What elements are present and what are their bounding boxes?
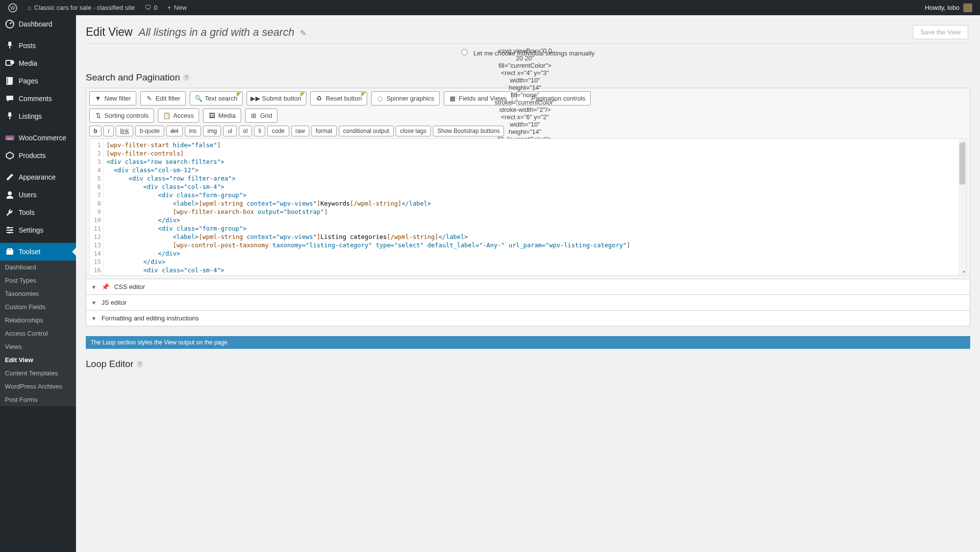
submit-button-button[interactable]: ▶▶Submit button◤ xyxy=(247,91,306,105)
comments-link[interactable]: 🗨 0 xyxy=(141,4,161,11)
collapse-css-editor[interactable]: ▼📌CSS editor xyxy=(86,279,970,295)
sidebar-sub-access-control[interactable]: Access Control xyxy=(0,327,76,340)
sidebar-sub-custom-fields[interactable]: Custom Fields xyxy=(0,300,76,314)
fmt-ins-button[interactable]: ins xyxy=(185,126,201,136)
sidebar-item-label: Tools xyxy=(19,209,35,216)
site-home-link[interactable]: ⌂ Classic cars for sale - classified sit… xyxy=(24,4,139,11)
comment-icon xyxy=(5,94,15,104)
collapse-label: Formatting and editing instructions xyxy=(101,315,199,322)
fmt-b-quote-button[interactable]: b-quote xyxy=(135,126,164,136)
search-editor-box: ▼New filter✎Edit filter🔍Text search◤▶▶Su… xyxy=(86,88,970,279)
sidebar-sub-edit-view[interactable]: Edit View xyxy=(0,353,76,367)
sidebar-item-tools[interactable]: Tools xyxy=(0,204,76,221)
sidebar-item-pages[interactable]: Pages xyxy=(0,72,76,90)
fmt-raw-button[interactable]: raw xyxy=(291,126,309,136)
sidebar-sub-taxonomies[interactable]: Taxonomies xyxy=(0,287,76,300)
collapse-js-editor[interactable]: ▼JS editor xyxy=(86,295,970,311)
fmt-del-button[interactable]: del xyxy=(166,126,183,136)
sidebar-item-products[interactable]: Products xyxy=(0,147,76,164)
user-icon xyxy=(5,190,15,200)
svg-rect-6 xyxy=(8,77,13,84)
reset-button-button[interactable]: ♻Reset button◤ xyxy=(310,91,367,105)
fmt-conditional-output-button[interactable]: conditional output xyxy=(339,126,394,136)
fmt-format-button[interactable]: format xyxy=(311,126,337,136)
fmt-show-bootstrap-buttons-button[interactable]: Show Bootstrap buttons xyxy=(433,126,504,136)
sidebar-item-settings[interactable]: Settings xyxy=(0,221,76,239)
rename-icon[interactable]: ✎ xyxy=(300,28,306,38)
svg-text:woo: woo xyxy=(6,137,13,140)
fmt-link-button[interactable]: link xyxy=(116,126,133,136)
media-icon xyxy=(5,58,15,68)
spinner-graphics-button[interactable]: ◌Spinner graphics xyxy=(371,91,440,105)
admin-bar-user[interactable]: Howdy, lobo xyxy=(925,3,976,12)
site-title: Classic cars for sale - classified site xyxy=(34,4,135,11)
svg-point-11 xyxy=(10,229,12,231)
fmt-ol-button[interactable]: ol xyxy=(239,126,252,136)
image-icon: 🖼 xyxy=(208,112,215,119)
wp-logo[interactable]: W xyxy=(4,3,22,13)
sidebar-sub-post-types[interactable]: Post Types xyxy=(0,274,76,287)
plus-icon: + xyxy=(167,4,171,11)
sidebar-sub-wordpress-archives[interactable]: WordPress Archives xyxy=(0,380,76,393)
sidebar-item-listings[interactable]: Listings xyxy=(0,107,76,125)
fields-icon: ▦ xyxy=(449,95,456,102)
editor-toolbar-1: ▼New filter✎Edit filter🔍Text search◤▶▶Su… xyxy=(89,91,967,105)
sidebar-sub-views[interactable]: Views xyxy=(0,340,76,353)
manual-settings-radio[interactable] xyxy=(461,49,468,55)
wrench-icon xyxy=(5,208,15,217)
chevron-down-icon: ▼ xyxy=(91,284,97,290)
fmt-ul-button[interactable]: ul xyxy=(223,126,236,136)
media-button[interactable]: 🖼Media xyxy=(203,108,241,123)
fmt-b-button[interactable]: b xyxy=(89,126,101,136)
grid-icon: ⊞ xyxy=(251,112,257,119)
sidebar-item-users[interactable]: Users xyxy=(0,186,76,204)
code-editor[interactable]: 1234567891011121314151617 [wpv-filter-st… xyxy=(89,138,967,276)
page-subtitle: All listings in a grid with a search xyxy=(138,26,294,39)
fmt-code-button[interactable]: code xyxy=(267,126,289,136)
sorting-controls-button[interactable]: ⇅Sorting controls xyxy=(89,108,154,123)
sidebar-item-comments[interactable]: Comments xyxy=(0,90,76,107)
toolset-icon xyxy=(5,247,15,257)
sidebar-sub-relationships[interactable]: Relationships xyxy=(0,314,76,327)
chevron-down-icon: ▼ xyxy=(91,315,97,321)
save-button[interactable]: Save the View xyxy=(913,25,968,39)
sidebar-sub-dashboard[interactable]: Dashboard xyxy=(0,261,76,274)
sidebar-item-toolset[interactable]: Toolset xyxy=(0,243,76,261)
fmt-li-button[interactable]: li xyxy=(254,126,265,136)
sidebar-item-label: WooCommerce xyxy=(19,134,66,142)
help-icon[interactable]: ? xyxy=(136,361,143,368)
fmt-i-button[interactable]: i xyxy=(103,126,114,136)
help-icon[interactable]: ? xyxy=(183,74,190,81)
text-search-button[interactable]: 🔍Text search◤ xyxy=(190,91,243,105)
grid-button[interactable]: ⊞Grid xyxy=(245,108,278,123)
access-button[interactable]: 📋Access xyxy=(158,108,199,123)
scrollbar[interactable]: ▴ ▾ xyxy=(958,139,966,275)
woo-icon: woo xyxy=(5,133,15,143)
fmt-img-button[interactable]: img xyxy=(203,126,221,136)
scroll-thumb[interactable] xyxy=(959,143,965,184)
collapse-label: JS editor xyxy=(101,299,126,306)
fmt-close-tags-button[interactable]: close tags xyxy=(396,126,431,136)
sidebar-item-label: Products xyxy=(19,152,46,159)
svg-point-12 xyxy=(8,232,10,234)
new-filter-button[interactable]: ▼New filter xyxy=(89,91,136,105)
sidebar-item-appearance[interactable]: Appearance xyxy=(0,168,76,186)
sidebar-item-dashboard[interactable]: Dashboard xyxy=(0,15,76,33)
sidebar-sub-content-templates[interactable]: Content Templates xyxy=(0,367,76,380)
sidebar-item-media[interactable]: Media xyxy=(0,54,76,72)
sidebar-item-posts[interactable]: Posts xyxy=(0,37,76,54)
sidebar-sub-post-forms[interactable]: Post Forms xyxy=(0,393,76,394)
comment-icon: 🗨 xyxy=(145,4,151,11)
pagination-controls-button[interactable]: <svg viewBox="0 0 20 20" fill="currentCo… xyxy=(516,91,591,105)
recycle-icon: ♻ xyxy=(316,95,323,102)
scroll-down-icon[interactable]: ▾ xyxy=(963,269,965,274)
checkmark-icon: ◤ xyxy=(301,91,305,98)
edit-filter-button[interactable]: ✎Edit filter xyxy=(140,91,186,105)
checkmark-icon: ◤ xyxy=(237,91,241,98)
play-icon: ▶▶ xyxy=(252,95,259,102)
sidebar-item-label: Media xyxy=(19,59,37,67)
collapse-formatting-and-editing-instructions[interactable]: ▼Formatting and editing instructions xyxy=(86,311,970,326)
code-content[interactable]: [wpv-filter-start hide="false"] [wpv-fil… xyxy=(103,139,966,275)
new-link[interactable]: + New xyxy=(163,4,191,11)
sidebar-item-woocommerce[interactable]: wooWooCommerce xyxy=(0,129,76,147)
